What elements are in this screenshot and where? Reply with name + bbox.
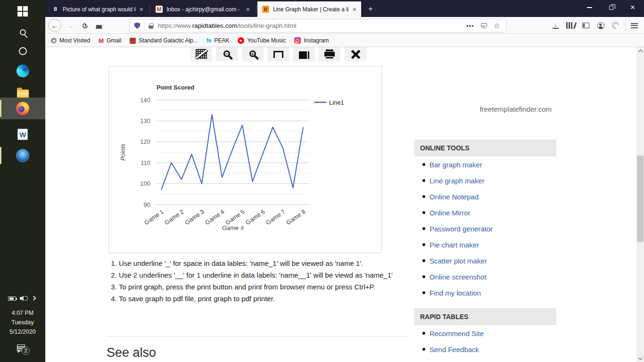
link-find-my-location[interactable]: Find my location	[429, 289, 481, 297]
link-pie-chart-maker[interactable]: Pie chart maker	[429, 241, 479, 249]
bullet-icon	[422, 348, 425, 351]
urlbar-separator	[144, 22, 145, 30]
library-button[interactable]	[564, 17, 577, 34]
bookmark-youtube-music[interactable]: ▶YouTube Music	[238, 37, 286, 44]
link-bar-graph-maker[interactable]: Bar graph maker	[429, 161, 482, 169]
link-send-feedback[interactable]: Send Feedback	[429, 346, 479, 354]
bookmark-star-icon[interactable]: ☆	[494, 21, 500, 30]
tracking-shield-icon[interactable]	[134, 23, 140, 29]
list-item: Send Feedback	[414, 341, 556, 357]
scrollbar[interactable]	[636, 47, 644, 362]
list-item: Line graph maker	[414, 173, 556, 189]
tab-1[interactable]: B Picture of what graph would lo ×	[47, 1, 148, 17]
browser-navbar: ← → https://www.rapidtables.com/tools/li…	[45, 17, 644, 34]
forward-button[interactable]: →	[64, 17, 77, 34]
cortana-button[interactable]	[0, 41, 45, 61]
tab-3-active[interactable]: R Line Graph Maker | Create a lin ×	[257, 1, 361, 17]
tab-close-icon[interactable]: ×	[139, 6, 144, 13]
print-button[interactable]	[319, 47, 340, 61]
save-graph-button[interactable]	[267, 47, 289, 61]
tab-2-favicon: M	[156, 6, 163, 13]
scroll-down-icon[interactable]	[638, 356, 643, 361]
restore-icon	[609, 6, 613, 10]
svg-text:Game 6: Game 6	[244, 208, 266, 226]
taskbar-item-firefox-active[interactable]	[0, 98, 45, 119]
taskbar-search-button[interactable]	[0, 22, 45, 42]
edit-graph-icon	[196, 49, 207, 59]
show-hidden-icons-button[interactable]	[32, 296, 35, 300]
reload-button[interactable]	[78, 17, 91, 34]
bookmark-peak[interactable]: fePEAK	[206, 37, 230, 44]
line-chart: 90100110120130140Game 1Game 2Game 3Game …	[109, 66, 381, 255]
link-online-mirror[interactable]: Online Mirror	[429, 209, 471, 217]
menu-button[interactable]	[627, 17, 641, 34]
scroll-up-icon[interactable]	[638, 49, 643, 54]
link-line-graph-maker[interactable]: Line graph maker	[429, 177, 485, 185]
pocket-icon[interactable]	[481, 23, 487, 28]
start-button[interactable]	[0, 1, 45, 22]
svg-text:Game 5: Game 5	[224, 208, 246, 226]
svg-text:Game 2: Game 2	[163, 208, 185, 226]
page-actions-icon[interactable]: •••	[466, 22, 474, 29]
edit-graph-button[interactable]	[190, 47, 212, 61]
bookmark-standard-galactic[interactable]: Standard Galactic Alp...	[130, 37, 198, 44]
home-button[interactable]	[92, 17, 106, 34]
tab-2[interactable]: M Inbox - ajchirpy@gmail.com - ×	[151, 1, 255, 17]
link-password-generator[interactable]: Password generator	[429, 225, 493, 233]
restore-button[interactable]	[603, 0, 619, 15]
taskbar-clock[interactable]: 4:07 PM Tuesday 5/12/2020	[0, 309, 45, 337]
instruction-item: To save graph to pdf file, print graph t…	[119, 294, 403, 304]
sidebars-button[interactable]	[579, 17, 592, 34]
tab-close-icon[interactable]: ×	[352, 6, 357, 13]
taskbar-item-edge[interactable]	[0, 60, 45, 81]
account-button[interactable]	[594, 17, 607, 34]
youtube-music-icon: ▶	[238, 37, 244, 44]
tab-1-title: Picture of what graph would lo	[63, 6, 136, 13]
tab-close-icon[interactable]: ×	[245, 6, 251, 13]
zoom-out-button[interactable]: −	[216, 47, 238, 61]
bullet-icon	[422, 332, 425, 335]
minimize-button[interactable]	[581, 0, 597, 15]
back-icon: ←	[48, 19, 61, 32]
bullet-icon	[422, 211, 425, 214]
taskbar-item-media-app[interactable]	[0, 145, 45, 166]
scrollbar-thumb[interactable]	[637, 156, 644, 242]
link-scatter-plot-maker[interactable]: Scatter plot maker	[429, 257, 487, 265]
link-recommend-site[interactable]: Recommend Site	[429, 329, 484, 337]
instruction-item: Use 2 underlines '__' for 1 underline in…	[119, 270, 403, 280]
lock-icon[interactable]	[149, 25, 153, 29]
close-icon: ×	[630, 3, 635, 12]
svg-text:Game 1: Game 1	[143, 208, 165, 226]
tab-3-favicon: R	[262, 6, 269, 13]
running-indicator	[0, 147, 1, 164]
list-item: Online Notepad	[414, 189, 556, 205]
svg-text:140: 140	[140, 97, 150, 104]
taskbar-item-word[interactable]: W	[0, 124, 45, 145]
battery-tray-icon[interactable]	[8, 296, 16, 301]
bookmarks-bar: Most Visited MGmail Standard Galactic Al…	[45, 34, 644, 47]
windows-taskbar: W 4:07 PM Tuesday 5/12/2020 2	[0, 0, 45, 362]
fullscreen-button[interactable]	[293, 47, 315, 61]
link-online-screenshot[interactable]: Online screenshot	[429, 273, 487, 281]
volume-tray-icon[interactable]	[20, 296, 28, 302]
extension-button[interactable]	[609, 17, 622, 34]
downloads-button[interactable]: ↓	[549, 17, 562, 34]
desktop: W 4:07 PM Tuesday 5/12/2020 2 B Picture …	[0, 0, 644, 362]
link-online-notepad[interactable]: Online Notepad	[429, 193, 479, 201]
download-icon: ↓	[553, 23, 559, 29]
bookmark-most-visited[interactable]: Most Visited	[51, 37, 90, 44]
library-icon	[566, 22, 575, 29]
close-button[interactable]: ×	[625, 0, 641, 15]
address-bar[interactable]: https://www.rapidtables.com/tools/line-g…	[129, 19, 506, 33]
bookmark-instagram[interactable]: Instagram	[294, 37, 329, 44]
clock-time: 4:07 PM	[0, 309, 45, 318]
url-text[interactable]: https://www.rapidtables.com/tools/line-g…	[158, 22, 296, 29]
bookmark-gmail[interactable]: MGmail	[99, 37, 121, 44]
svg-text:Game 4: Game 4	[204, 208, 225, 226]
new-tab-button[interactable]: +	[365, 4, 376, 14]
account-icon	[597, 22, 604, 29]
delete-graph-button[interactable]	[345, 47, 366, 61]
ad-attribution-text: freetemplatefinder.com	[448, 105, 552, 113]
zoom-in-button[interactable]: +	[242, 47, 264, 61]
back-button[interactable]: ←	[47, 17, 63, 34]
